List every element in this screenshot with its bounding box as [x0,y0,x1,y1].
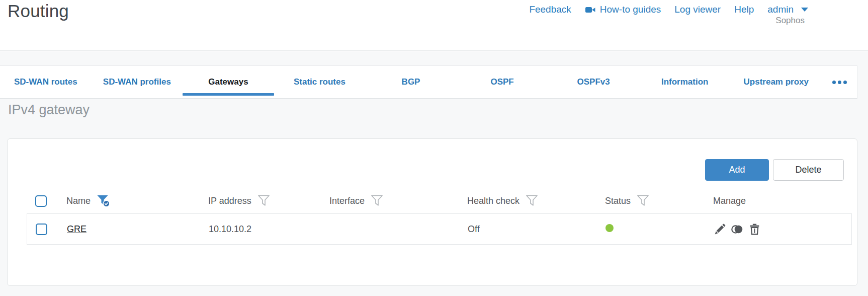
tab-upstream-proxy[interactable]: Upstream proxy [731,66,822,98]
video-camera-icon [585,5,596,15]
tab-information[interactable]: Information [639,66,731,98]
gateway-health-check: Off [468,224,605,235]
gateway-ip-address: 10.10.10.2 [209,224,330,235]
more-tabs-button[interactable] [822,66,857,98]
tab-static-routes[interactable]: Static routes [274,66,366,98]
ellipsis-icon [843,81,847,84]
table-row: GRE 10.10.10.2 Off [27,213,852,245]
filter-icon[interactable] [257,194,270,207]
column-header-health-check: Health check [467,196,519,206]
ellipsis-icon [832,81,836,84]
tab-bgp[interactable]: BGP [365,66,457,98]
top-header: Routing Feedback How-to guides Log viewe… [0,0,868,51]
clone-icon[interactable] [731,223,744,236]
tab-bar: SD-WAN routes SD-WAN profiles Gateways S… [0,65,857,99]
header-nav: Feedback How-to guides Log viewer Help a… [529,4,808,15]
table-header-row: Name IP address Interface [27,189,852,212]
row-checkbox[interactable] [36,224,47,235]
edit-pencil-icon[interactable] [714,223,726,236]
select-all-checkbox[interactable] [35,195,47,207]
toolbar: Add Delete [705,159,844,181]
gateway-name-link[interactable]: GRE [67,224,86,234]
manage-cell [714,223,851,236]
delete-button[interactable]: Delete [773,159,844,181]
status-up-indicator [605,224,614,232]
tab-ospfv3[interactable]: OSPFv3 [548,66,639,98]
column-header-manage: Manage [713,196,746,206]
section-title: IPv4 gateway [8,102,90,118]
gateway-table: Name IP address Interface [27,189,852,245]
column-header-ip-address: IP address [208,196,251,206]
how-to-guides-link[interactable]: How-to guides [585,4,661,15]
log-viewer-link[interactable]: Log viewer [674,4,721,15]
tab-sd-wan-routes[interactable]: SD-WAN routes [0,66,92,98]
feedback-link[interactable]: Feedback [529,4,571,15]
column-header-status: Status [605,196,631,206]
filter-icon[interactable] [371,194,383,207]
page-title: Routing [8,1,69,21]
trash-icon[interactable] [748,223,761,236]
add-button[interactable]: Add [705,159,769,181]
filter-active-icon[interactable] [97,194,111,207]
column-header-name: Name [66,196,91,206]
ipv4-gateway-panel: Add Delete Name IP address [7,138,857,286]
help-link[interactable]: Help [734,4,754,15]
brand-label: Sophos [775,16,805,26]
admin-menu[interactable]: admin [767,4,808,15]
ellipsis-icon [838,81,841,84]
filter-icon[interactable] [526,194,538,207]
column-header-interface: Interface [329,196,365,206]
filter-icon[interactable] [637,194,649,207]
tab-ospf[interactable]: OSPF [457,66,548,98]
caret-down-icon [801,8,808,12]
tab-sd-wan-profiles[interactable]: SD-WAN profiles [92,66,183,98]
tab-gateways[interactable]: Gateways [183,66,274,98]
